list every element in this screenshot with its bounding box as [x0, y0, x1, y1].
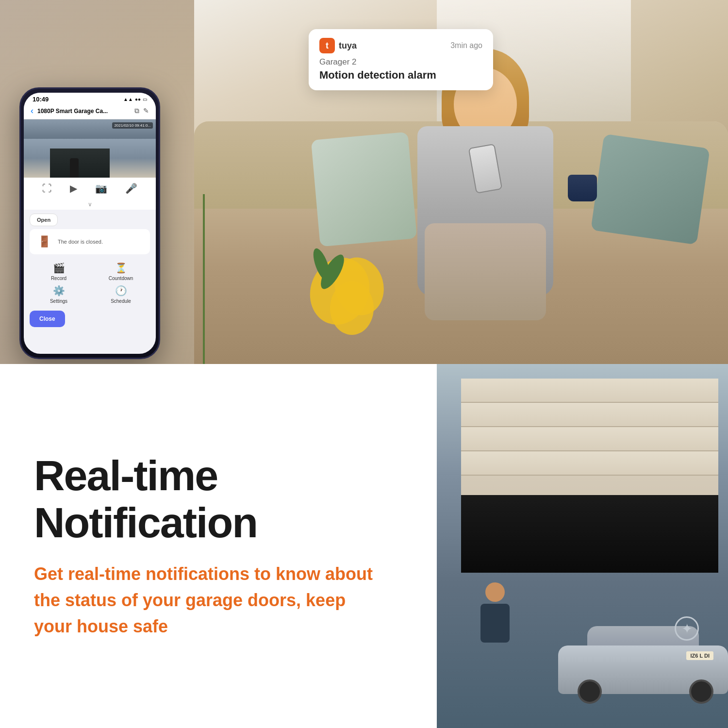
record-icon: 🎬 [53, 262, 65, 274]
bottom-section: Real-time Notification Get real-time not… [0, 364, 728, 728]
record-action[interactable]: 🎬 Record [30, 262, 88, 281]
nav-icons: ⧉ ✎ [134, 107, 149, 115]
door-status-text: The door is closed. [58, 239, 103, 245]
panel-4 [461, 451, 718, 476]
countdown-label: Countdown [109, 276, 133, 281]
woman-legs [425, 223, 546, 320]
car-wheel-left [578, 679, 602, 704]
door-icon: 🚪 [38, 235, 51, 248]
bottom-right-image: ✦ IZ6 L DI [437, 364, 728, 728]
settings-icon: ⚙️ [53, 285, 65, 297]
notif-time: 3min ago [450, 41, 482, 50]
record-label: Record [51, 276, 66, 281]
mercedes-star-icon: ✦ [681, 621, 693, 637]
garage-door-opening [461, 495, 718, 573]
controls-row: ⛶ ▶ 📷 🎤 [24, 178, 156, 199]
flower-petal-3 [330, 281, 374, 335]
main-heading: Real-time Notification [34, 452, 403, 546]
schedule-label: Schedule [111, 298, 131, 304]
edit-icon[interactable]: ✎ [143, 107, 149, 115]
notif-app-name: tuya [339, 41, 357, 51]
door-status-card: 🚪 The door is closed. [30, 229, 150, 254]
garage-opening-camera [50, 149, 109, 178]
close-btn-area: Close [24, 308, 156, 331]
garage-person [476, 582, 514, 655]
signal-icon: ●● [135, 97, 141, 102]
camera-feed: 2021/02/10 09:41:0... [24, 119, 156, 178]
license-plate: IZ6 L DI [686, 651, 713, 660]
notif-logo-area: t tuya [319, 38, 357, 53]
mercedes-circle: ✦ [675, 616, 699, 641]
person-body [480, 604, 510, 643]
camera-timestamp: 2021/02/10 09:41:0... [112, 122, 153, 129]
bottom-left-content: Real-time Notification Get real-time not… [0, 364, 437, 728]
coffee-cup [568, 175, 597, 201]
back-icon[interactable]: ‹ [31, 106, 33, 116]
nav-title: 1080P Smart Garage Ca... [37, 108, 134, 115]
car-silhouette [558, 621, 728, 709]
car-wheel-right [689, 679, 713, 704]
garage-door-large [461, 379, 718, 573]
nav-bar: ‹ 1080P Smart Garage Ca... ⧉ ✎ [24, 103, 156, 119]
quick-actions-grid: 🎬 Record ⏳ Countdown ⚙️ Settings 🕐 Sched… [24, 258, 156, 308]
notification-header: t tuya 3min ago [319, 38, 482, 53]
battery-icon: ▭ [143, 97, 147, 102]
mercedes-logo: ✦ [675, 616, 699, 641]
chevron-row: ∨ [24, 199, 156, 210]
camera-icon[interactable]: 📷 [95, 182, 107, 194]
video-icon[interactable]: ▶ [70, 182, 77, 194]
notif-message: Motion detection alarm [319, 69, 482, 82]
status-icons: ▲▲ ●● ▭ [123, 97, 147, 102]
door-icon-box: 🚪 [35, 233, 53, 250]
countdown-action[interactable]: ⏳ Countdown [92, 262, 150, 281]
top-section: t tuya 3min ago Garager 2 Motion detecti… [0, 0, 728, 364]
panel-2 [461, 403, 718, 427]
settings-label: Settings [50, 298, 67, 304]
notification-bubble: t tuya 3min ago Garager 2 Motion detecti… [309, 29, 493, 90]
settings-action[interactable]: ⚙️ Settings [30, 285, 88, 304]
schedule-action[interactable]: 🕐 Schedule [92, 285, 150, 304]
schedule-icon: 🕐 [115, 285, 127, 297]
status-time: 10:49 [33, 96, 49, 103]
panel-1 [461, 379, 718, 403]
fullscreen-icon[interactable]: ⛶ [42, 183, 52, 194]
tuya-logo: t [319, 38, 335, 53]
garage-door-panels [461, 379, 718, 476]
person-silhouette [70, 158, 79, 178]
notif-device: Garager 2 [319, 57, 482, 67]
close-button[interactable]: Close [30, 311, 65, 327]
open-button[interactable]: Open [30, 214, 58, 226]
door-status-section: Open 🚪 The door is closed. [24, 210, 156, 258]
panel-3 [461, 427, 718, 451]
copy-icon[interactable]: ⧉ [134, 107, 139, 115]
phone-mockup: 10:49 ▲▲ ●● ▭ ‹ 1080P Smart Garage Ca...… [19, 87, 160, 359]
chevron-down-icon[interactable]: ∨ [88, 201, 92, 208]
sub-text: Get real-time notifications to know abou… [34, 561, 374, 640]
mic-icon[interactable]: 🎤 [125, 182, 137, 194]
wifi-icon: ▲▲ [123, 97, 133, 102]
phone-screen: 10:49 ▲▲ ●● ▭ ‹ 1080P Smart Garage Ca...… [24, 93, 156, 354]
flowers-container [155, 146, 252, 364]
person-head [485, 582, 505, 602]
flower-stem [203, 194, 205, 364]
garage-camera-scene [24, 139, 156, 178]
status-bar: 10:49 ▲▲ ●● ▭ [24, 93, 156, 103]
countdown-icon: ⏳ [115, 262, 127, 274]
